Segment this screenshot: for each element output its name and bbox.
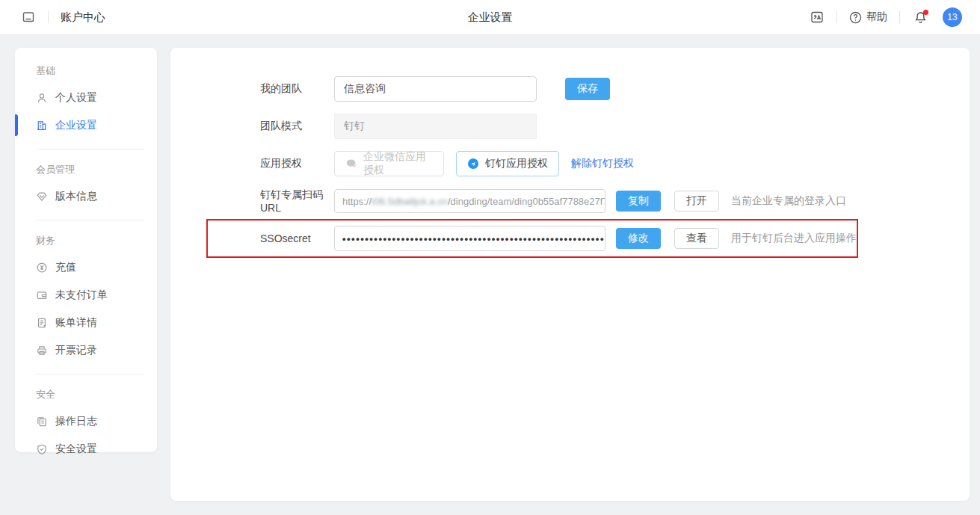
sidebar-item-security-settings[interactable]: 安全设置 — [15, 435, 157, 463]
sidebar-item-label: 版本信息 — [55, 190, 97, 203]
dingtalk-auth-label: 钉钉应用授权 — [485, 157, 548, 170]
sidebar: 基础 个人设置 企业设置 会员管理 — [15, 48, 157, 452]
team-mode-value: 钉钉 — [334, 114, 537, 139]
scan-url-value[interactable]: https://t06.5dba8jck.a.cn/dingding/team/… — [334, 189, 605, 213]
save-button[interactable]: 保存 — [565, 78, 610, 100]
person-icon — [36, 92, 48, 104]
sidebar-item-invoice-records[interactable]: 开票记录 — [15, 336, 157, 364]
sidebar-section-finance: 财务 — [36, 234, 157, 247]
sidebar-item-label: 安全设置 — [55, 442, 97, 456]
monitor-icon[interactable] — [21, 10, 36, 25]
wallet-icon — [36, 289, 48, 301]
sidebar-divider — [36, 220, 144, 221]
avatar[interactable]: 13 — [943, 7, 962, 27]
sidebar-item-label: 充值 — [55, 261, 76, 274]
bell-icon[interactable] — [913, 10, 928, 25]
topbar: 账户中心 企业设置 帮助 13 — [0, 0, 980, 35]
sidebar-item-unpaid-orders[interactable]: 未支付订单 — [15, 281, 157, 309]
copy-url-button[interactable]: 复制 — [616, 191, 661, 212]
language-icon[interactable] — [810, 10, 825, 25]
sso-secret-label: SSOsecret — [260, 232, 334, 244]
sso-secret-row: SSOsecret ••••••••••••••••••••••••••••••… — [260, 226, 970, 251]
open-url-button[interactable]: 打开 — [674, 191, 719, 212]
sidebar-divider — [36, 149, 144, 149]
sidebar-item-label: 个人设置 — [55, 91, 97, 105]
dingtalk-icon — [467, 158, 479, 170]
team-mode-row: 团队模式 钉钉 — [260, 114, 970, 139]
shield-check-icon — [36, 443, 48, 455]
scan-url-label: 钉钉专属扫码URL — [260, 188, 334, 214]
sso-secret-hint: 用于钉钉后台进入应用操作 — [731, 232, 857, 245]
wechat-work-icon — [345, 158, 357, 170]
sidebar-item-version-info[interactable]: 版本信息 — [15, 182, 157, 210]
sidebar-item-label: 企业设置 — [55, 119, 97, 132]
team-name-row: 我的团队 保存 — [260, 76, 970, 102]
sidebar-item-label: 未支付订单 — [55, 289, 108, 302]
operation-logs-icon — [36, 416, 48, 428]
topbar-divider — [836, 11, 837, 23]
topbar-divider — [48, 11, 49, 23]
sso-secret-masked-value[interactable]: ••••••••••••••••••••••••••••••••••••••••… — [334, 226, 605, 251]
help-label: 帮助 — [866, 10, 887, 24]
topbar-divider — [899, 11, 900, 23]
team-name-label: 我的团队 — [260, 82, 334, 96]
invoice-printer-icon — [36, 345, 48, 357]
wechat-work-auth-button: 企业微信应用授权 — [334, 151, 444, 176]
team-name-input[interactable] — [334, 76, 537, 102]
enterprise-settings-panel: 我的团队 保存 团队模式 钉钉 应用授权 企业微信应用授权 — [170, 48, 970, 501]
url-suffix: /dingding/team/ding0b55af7788e27f754ac5.… — [448, 196, 605, 207]
recharge-yuan-icon — [36, 262, 48, 274]
unbind-dingtalk-link[interactable]: 解除钉钉授权 — [571, 157, 634, 170]
sidebar-item-personal-settings[interactable]: 个人设置 — [15, 84, 157, 111]
building-icon — [36, 120, 48, 132]
sidebar-item-recharge[interactable]: 充值 — [15, 253, 157, 281]
scan-url-hint: 当前企业专属的登录入口 — [731, 194, 846, 208]
sidebar-item-bill-details[interactable]: 账单详情 — [15, 309, 157, 336]
view-secret-button[interactable]: 查看 — [674, 228, 719, 249]
sidebar-item-operation-logs[interactable]: 操作日志 — [15, 407, 157, 435]
sidebar-item-label: 账单详情 — [55, 316, 97, 330]
sidebar-item-label: 操作日志 — [55, 415, 97, 428]
sidebar-divider — [36, 374, 144, 374]
sidebar-item-enterprise-settings[interactable]: 企业设置 — [15, 111, 157, 139]
sidebar-section-security: 安全 — [36, 388, 157, 401]
wechat-work-auth-label: 企业微信应用授权 — [363, 150, 433, 177]
sidebar-section-membership: 会员管理 — [36, 163, 157, 176]
help-circle-icon — [849, 11, 862, 24]
notification-badge-dot — [923, 10, 928, 15]
app-auth-label: 应用授权 — [260, 157, 334, 170]
scan-url-row: 钉钉专属扫码URL https://t06.5dba8jck.a.cn/ding… — [260, 188, 970, 214]
url-redacted-domain: t06.5dba8jck.a.cn — [372, 196, 448, 207]
app-title: 账户中心 — [61, 10, 105, 25]
bill-document-icon — [36, 317, 48, 329]
gem-icon — [36, 191, 48, 203]
url-prefix: https:// — [342, 196, 372, 207]
help-button[interactable]: 帮助 — [849, 10, 887, 24]
team-mode-label: 团队模式 — [260, 120, 334, 133]
sidebar-section-basic: 基础 — [36, 64, 157, 78]
sidebar-item-label: 开票记录 — [55, 344, 97, 357]
modify-secret-button[interactable]: 修改 — [616, 228, 661, 249]
dingtalk-auth-button[interactable]: 钉钉应用授权 — [456, 151, 559, 176]
app-auth-row: 应用授权 企业微信应用授权 钉钉应用 — [260, 151, 970, 176]
